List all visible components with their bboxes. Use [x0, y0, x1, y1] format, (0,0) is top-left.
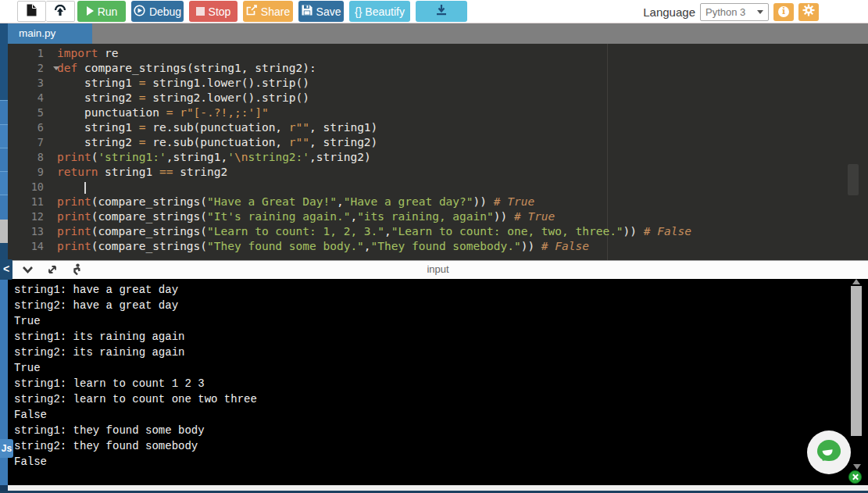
chevron-down-icon	[757, 10, 763, 14]
console-line: string2: its raining again	[14, 345, 257, 360]
console-header: input	[8, 260, 868, 279]
code-text: print(compare_strings("Have a Great Day!…	[57, 195, 534, 208]
code-text: string1 = string1.lower().strip()	[57, 77, 309, 89]
stop-icon	[196, 5, 205, 18]
console-line: True	[14, 313, 257, 329]
line-number: 11	[8, 195, 51, 209]
download-button[interactable]	[416, 1, 467, 22]
console-line: True	[14, 360, 257, 376]
app-window: Run Debug Stop Share Save {} Beautify	[0, 0, 868, 493]
line-number: 2	[8, 61, 51, 76]
upload-file-button[interactable]	[46, 1, 75, 22]
save-button[interactable]: Save	[298, 1, 344, 22]
left-panel-edge	[0, 23, 8, 493]
save-label: Save	[316, 5, 341, 18]
line-number: 14	[8, 239, 51, 254]
js-panel-badge[interactable]: Js	[0, 439, 13, 458]
code-line: 9return string1 == string2	[8, 165, 868, 180]
line-number: 8	[8, 150, 51, 165]
line-number: 4	[8, 91, 51, 105]
settings-button[interactable]	[798, 3, 819, 21]
line-number: 1	[8, 46, 51, 61]
code-line: 10	[8, 180, 868, 195]
code-line: 5 punctuation = r"[-.?!,;:']"	[8, 105, 868, 120]
code-text: print(compare_strings("They found some b…	[57, 240, 589, 252]
upload-icon	[54, 5, 66, 19]
code-line: 7 string2 = re.sub(punctuation, r"", str…	[8, 135, 868, 150]
code-text: string2 = string2.lower().strip()	[57, 91, 309, 104]
toolbar: Run Debug Stop Share Save {} Beautify	[0, 0, 868, 23]
new-file-button[interactable]	[17, 1, 46, 22]
run-label: Run	[98, 5, 118, 18]
code-line: 14print(compare_strings("They found some…	[8, 239, 868, 254]
share-icon	[246, 5, 257, 18]
code-text: string1 = re.sub(punctuation, r"", strin…	[57, 121, 377, 134]
scrollbar-thumb[interactable]	[851, 286, 862, 436]
toolbar-right: Language Python 3 i	[643, 0, 819, 23]
scrollbar-down-arrow[interactable]	[853, 464, 861, 470]
code-line: 11print(compare_strings("Have a Great Da…	[8, 195, 868, 209]
code-editor[interactable]: 1import re2def compare_strings(string1, …	[8, 44, 868, 260]
code-text	[57, 180, 86, 193]
horizontal-scrollbar-track[interactable]	[8, 485, 868, 491]
code-line: 8print('string1:',string1,'\nstring2:',s…	[8, 150, 868, 165]
console-title: input	[8, 263, 868, 275]
collapse-panel-button[interactable]: <	[0, 259, 13, 280]
code-line: 3 string1 = string1.lower().strip()	[8, 76, 868, 91]
text-cursor	[84, 182, 86, 194]
download-icon	[436, 5, 447, 18]
line-number: 9	[8, 165, 51, 180]
info-icon: i	[778, 6, 789, 17]
gear-icon	[802, 4, 815, 20]
line-number: 12	[8, 209, 51, 224]
editor-scrollbar-thumb[interactable]	[848, 164, 859, 195]
run-button[interactable]: Run	[77, 1, 126, 22]
beautify-button[interactable]: {} Beautify	[349, 1, 410, 22]
new-file-icon	[27, 4, 37, 19]
play-icon	[86, 5, 94, 18]
console-line: string2: learn to count one two three	[14, 391, 257, 407]
code-line: 4 string2 = string2.lower().strip()	[8, 91, 868, 105]
line-number: 6	[8, 120, 51, 135]
language-value: Python 3	[705, 6, 745, 18]
code-text: punctuation = r"[-.?!,;:']"	[57, 106, 269, 119]
info-button[interactable]: i	[773, 3, 794, 21]
green-status-badge[interactable]	[848, 470, 862, 484]
console-output: string1: have a great daystring2: have a…	[14, 282, 257, 470]
line-number: 10	[8, 180, 51, 195]
chat-widget-button[interactable]	[807, 430, 851, 474]
code-text: def compare_strings(string1, string2):	[57, 62, 316, 74]
line-number: 7	[8, 135, 51, 150]
console-line: string1: have a great day	[14, 282, 257, 298]
tab-main-py[interactable]: main.py	[8, 23, 92, 44]
code-text: print(compare_strings("Learn to count: 1…	[57, 225, 691, 238]
code-text: print('string1:',string1,'\nstring2:',st…	[57, 151, 371, 163]
code-line: 6 string1 = re.sub(punctuation, r"", str…	[8, 120, 868, 135]
js-badge-label: Js	[2, 443, 12, 454]
line-number: 3	[8, 76, 51, 91]
chevron-left-icon: <	[3, 263, 9, 275]
fold-arrow-icon[interactable]	[53, 66, 59, 70]
stop-button[interactable]: Stop	[189, 1, 238, 22]
code-lines: 1import re2def compare_strings(string1, …	[8, 46, 868, 254]
tab-label: main.py	[19, 27, 55, 39]
debug-button[interactable]: Debug	[131, 1, 184, 22]
line-number: 5	[8, 105, 51, 120]
share-button[interactable]: Share	[243, 1, 293, 22]
chat-bubble-icon	[817, 440, 841, 461]
console-line: string1: learn to count 1 2 3	[14, 376, 257, 391]
tab-bar: main.py	[0, 23, 868, 44]
save-icon	[302, 5, 313, 18]
console-line: False	[14, 407, 257, 423]
code-text: string2 = re.sub(punctuation, r"", strin…	[57, 136, 377, 148]
console-line: string2: they found somebody	[14, 438, 257, 454]
code-line: 2def compare_strings(string1, string2):	[8, 61, 868, 76]
language-select[interactable]: Python 3	[700, 3, 769, 21]
beautify-label: {} Beautify	[355, 5, 405, 18]
code-text: print(compare_strings("It's raining agai…	[57, 210, 555, 223]
stop-label: Stop	[209, 5, 231, 18]
code-line: 13print(compare_strings("Learn to count:…	[8, 224, 868, 239]
console-terminal[interactable]: string1: have a great daystring2: have a…	[8, 279, 868, 485]
scrollbar-up-arrow[interactable]	[852, 279, 860, 284]
line-number: 13	[8, 224, 51, 239]
